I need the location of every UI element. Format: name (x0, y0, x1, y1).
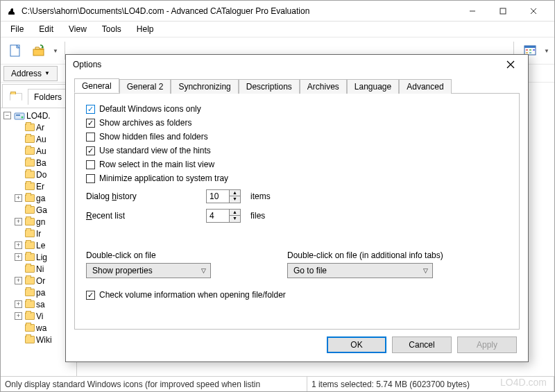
folder-icon (25, 159, 35, 167)
combo-dblclick-file-tabs[interactable]: Go to file ▽ (287, 263, 433, 278)
tab-archives[interactable]: Archives (300, 79, 347, 94)
menu-tools[interactable]: Tools (95, 23, 128, 35)
label-recent-list: Recent list (86, 211, 200, 221)
spin-up-icon[interactable]: ▲ (230, 210, 240, 216)
tab-descriptions[interactable]: Descriptions (239, 79, 300, 94)
label-row-select: Row select in the main list view (99, 160, 214, 169)
folder-icon (25, 277, 35, 284)
spinner-recent-list[interactable]: ▲▼ (206, 209, 241, 223)
chevron-down-icon: ▼ (44, 70, 50, 76)
label-dblclick-file: Double-click on file (86, 250, 259, 260)
folders-tab-label: Folders (28, 89, 68, 105)
dialog-button-row: OK Cancel Apply (66, 330, 528, 361)
spin-down-icon[interactable]: ▼ (230, 196, 240, 203)
app-icon (6, 6, 17, 17)
svg-rect-13 (526, 52, 528, 53)
cancel-button[interactable]: Cancel (392, 336, 452, 353)
statusbar: Only display standard Windows icons (for… (1, 376, 554, 391)
folder-icon (25, 230, 35, 237)
folder-icon (25, 135, 35, 143)
dialog-close-button[interactable] (500, 56, 521, 74)
svg-rect-12 (533, 49, 535, 51)
apply-button[interactable]: Apply (457, 336, 517, 353)
folder-icon (25, 300, 35, 308)
svg-rect-10 (526, 49, 528, 51)
checkbox-row-select[interactable] (86, 160, 95, 169)
combo-dblclick-file-tabs-value: Go to file (293, 266, 327, 275)
tab-advanced[interactable]: Advanced (399, 79, 451, 94)
spin-down-icon[interactable]: ▼ (230, 216, 240, 222)
toolbar-dropdown-icon[interactable]: ▼ (52, 48, 59, 54)
checkbox-std-hints[interactable]: ✓ (86, 146, 95, 155)
folder-icon (25, 123, 35, 131)
new-icon[interactable] (5, 40, 26, 61)
folder-icon (10, 93, 22, 101)
combo-dblclick-file[interactable]: Show properties ▽ (86, 263, 211, 278)
window-title: C:\Users\ahorn\Documents\LO4D.com - Adva… (22, 6, 457, 16)
menu-view[interactable]: View (62, 23, 94, 35)
tab-language[interactable]: Language (347, 79, 399, 94)
close-button[interactable] (518, 1, 549, 21)
status-left: Only display standard Windows icons (for… (1, 377, 307, 391)
folder-icon (25, 147, 35, 155)
tab-general[interactable]: General (74, 78, 119, 93)
folder-icon (25, 182, 35, 190)
open-icon[interactable] (28, 40, 49, 61)
folder-icon (25, 206, 35, 214)
folder-icon (25, 218, 35, 225)
chevron-down-icon: ▽ (423, 267, 428, 274)
menubar: File Edit View Tools Help (1, 22, 554, 37)
label-show-hidden: Show hidden files and folders (99, 132, 208, 142)
address-button[interactable]: Address ▼ (3, 66, 58, 81)
folder-icon (25, 253, 35, 261)
svg-rect-16 (16, 114, 20, 116)
label-check-volume: Check volume information when opening fi… (99, 290, 286, 300)
checkbox-default-icons[interactable]: ✓ (86, 105, 95, 114)
checkbox-show-archives[interactable]: ✓ (86, 119, 95, 128)
chevron-down-icon: ▽ (201, 267, 206, 274)
label-default-icons: Default Windows icons only (99, 104, 201, 114)
dialog-titlebar: Options (66, 55, 528, 74)
checkbox-show-hidden[interactable] (86, 133, 95, 142)
address-label: Address (11, 69, 42, 78)
tab-general2[interactable]: General 2 (119, 79, 171, 94)
menu-file[interactable]: File (3, 23, 31, 35)
watermark: LO4D.com (500, 377, 547, 388)
label-dblclick-file-tabs: Double-click on file (in additional info… (287, 250, 508, 260)
maximize-button[interactable] (488, 1, 518, 21)
unit-items: items (250, 191, 271, 201)
svg-rect-14 (529, 52, 531, 53)
tab-synchronizing[interactable]: Synchronizing (171, 79, 238, 94)
ok-button[interactable]: OK (327, 336, 386, 353)
checkbox-minimize-tray[interactable] (86, 174, 95, 183)
minimize-button[interactable] (457, 1, 488, 21)
general-panel: ✓Default Windows icons only ✓Show archiv… (74, 94, 520, 330)
label-std-hints: Use standard view of the hints (99, 146, 211, 155)
toolbar-dropdown-icon[interactable]: ▼ (543, 48, 550, 54)
svg-rect-11 (529, 49, 531, 51)
menu-help[interactable]: Help (130, 23, 161, 35)
dialog-title: Options (73, 60, 500, 69)
folder-icon (25, 171, 35, 178)
label-dialog-history: Dialog history (86, 191, 200, 201)
svg-rect-9 (524, 46, 536, 48)
input-dialog-history[interactable] (206, 189, 230, 203)
svg-rect-6 (33, 49, 44, 56)
options-tabstrip: General General 2 Synchronizing Descript… (74, 78, 520, 94)
folder-icon (25, 265, 35, 273)
label-show-archives: Show archives as folders (99, 118, 191, 128)
menu-edit[interactable]: Edit (32, 23, 60, 35)
spin-up-icon[interactable]: ▲ (230, 190, 240, 196)
options-dialog: Options General General 2 Synchronizing … (65, 54, 529, 362)
svg-rect-1 (500, 8, 506, 14)
checkbox-check-volume[interactable]: ✓ (86, 291, 95, 300)
svg-rect-15 (15, 113, 24, 119)
folder-icon (25, 289, 35, 296)
svg-point-17 (22, 116, 24, 118)
drive-icon (14, 111, 25, 121)
titlebar: C:\Users\ahorn\Documents\LO4D.com - Adva… (1, 1, 554, 22)
folder-icon (25, 194, 35, 202)
input-recent-list[interactable] (206, 209, 230, 223)
folder-icon (25, 324, 35, 332)
spinner-dialog-history[interactable]: ▲▼ (206, 189, 241, 203)
